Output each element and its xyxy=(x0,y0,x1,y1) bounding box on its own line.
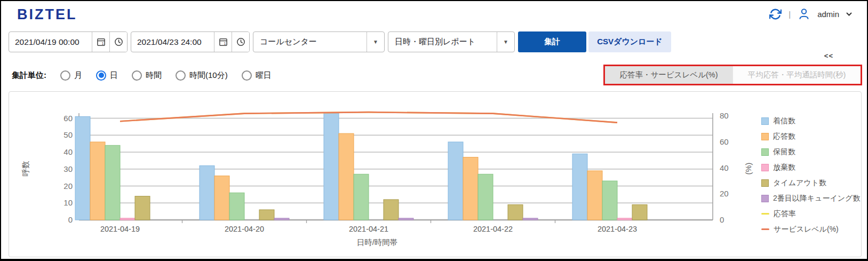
bar-5-3 xyxy=(523,218,538,220)
legend-swatch-icon xyxy=(761,179,769,187)
report-type-select[interactable]: 日時・曜日別レポート ▼ xyxy=(388,31,515,52)
x-axis-label: 2021-04-21 xyxy=(349,225,388,233)
user-bar: | admin xyxy=(769,7,852,20)
bar-2-3 xyxy=(478,174,493,220)
x-axis-label: 2021-04-23 xyxy=(598,225,637,233)
tab-avg-answer-talk-time[interactable]: 平均応答・平均通話時間(秒) xyxy=(732,66,861,84)
legend-item[interactable]: 放棄数 xyxy=(761,162,860,172)
unit-selector-row: 集計単位: 月日時間時間(10分)曜日 xyxy=(12,66,272,85)
dropdown-arrow-icon: ▼ xyxy=(367,32,384,52)
screen: BIZTEL | admin xyxy=(0,0,868,261)
left-axis-tick: 10 xyxy=(63,198,73,207)
legend-item[interactable]: 2番目以降キューイング数 xyxy=(761,193,860,203)
bar-1-0 xyxy=(90,142,105,220)
x-axis-label: 2021-04-20 xyxy=(225,225,264,233)
right-axis-tick: 0 xyxy=(720,215,724,224)
radio-circle-icon[interactable] xyxy=(242,70,252,81)
legend-label: 放棄数 xyxy=(773,163,795,172)
legend-swatch-icon xyxy=(761,213,769,215)
csv-download-button[interactable]: CSVダウンロード xyxy=(588,31,671,52)
legend-label: サービスレベル(%) xyxy=(774,225,839,234)
radio-circle-icon[interactable] xyxy=(96,70,106,81)
bar-1-3 xyxy=(463,157,478,220)
date-from-group: 1 xyxy=(9,31,128,52)
bar-5-2 xyxy=(399,218,413,220)
call-center-select-value: コールセンター xyxy=(253,32,317,52)
date-to-group: 1 xyxy=(131,31,250,52)
left-axis-tick: 60 xyxy=(63,114,73,123)
date-from-input[interactable] xyxy=(9,32,92,52)
legend-label: タイムアウト数 xyxy=(773,178,826,188)
svg-text:1: 1 xyxy=(224,42,226,46)
bar-4-3 xyxy=(508,204,523,220)
clock-icon[interactable] xyxy=(109,32,127,52)
legend-label: 2番目以降キューイング数 xyxy=(773,194,860,203)
biztel-logo: BIZTEL xyxy=(17,6,77,23)
bar-3-0 xyxy=(120,218,135,220)
unit-selector-label: 集計単位: xyxy=(12,70,46,81)
bar-4-0 xyxy=(135,196,150,220)
call-center-select[interactable]: コールセンター ▼ xyxy=(253,31,385,52)
bar-4-1 xyxy=(259,210,274,220)
aggregate-button[interactable]: 集計 xyxy=(518,31,586,52)
unit-radio-1[interactable]: 日 xyxy=(96,70,118,81)
legend-item[interactable]: 保留数 xyxy=(761,147,860,157)
bar-0-1 xyxy=(200,165,214,220)
bar-2-1 xyxy=(229,193,244,220)
annotation-red-box: 応答率・サービスレベル(%)平均応答・平均通話時間(秒) xyxy=(603,65,862,85)
bar-2-2 xyxy=(354,174,369,220)
legend-item[interactable]: 応答数 xyxy=(761,131,860,141)
bar-0-3 xyxy=(448,142,463,220)
bar-0-4 xyxy=(572,154,587,220)
legend-item[interactable]: サービスレベル(%) xyxy=(761,224,860,234)
x-axis-title: 日時/時間帯 xyxy=(357,238,398,247)
userbar-divider: | xyxy=(789,10,791,19)
radio-label: 時間 xyxy=(146,70,162,81)
legend-swatch-icon xyxy=(761,228,769,230)
bar-4-4 xyxy=(632,204,647,220)
radio-label: 曜日 xyxy=(256,70,272,81)
chevron-down-icon[interactable] xyxy=(846,9,852,19)
left-axis-tick: 50 xyxy=(63,130,73,139)
refresh-icon[interactable] xyxy=(769,8,782,20)
date-to-input[interactable] xyxy=(131,32,214,52)
unit-radio-4[interactable]: 曜日 xyxy=(242,70,272,81)
collapse-toggle[interactable]: << xyxy=(824,52,833,60)
svg-text:1: 1 xyxy=(101,42,103,46)
report-toolbar: 1 1 xyxy=(9,31,671,52)
line-series xyxy=(120,112,617,122)
radio-label: 月 xyxy=(74,70,82,81)
legend-swatch-icon xyxy=(761,133,769,140)
bar-4-2 xyxy=(384,200,399,220)
radio-circle-icon[interactable] xyxy=(60,70,70,81)
legend-item[interactable]: 応答率 xyxy=(761,209,860,219)
unit-radio-2[interactable]: 時間 xyxy=(132,70,162,81)
user-icon[interactable] xyxy=(798,7,810,20)
unit-radio-0[interactable]: 月 xyxy=(60,70,82,81)
calendar-icon[interactable]: 1 xyxy=(92,32,109,52)
dropdown-arrow-icon: ▼ xyxy=(497,32,514,52)
right-axis-tick: 60 xyxy=(720,137,729,146)
username-label[interactable]: admin xyxy=(817,10,839,19)
bar-2-0 xyxy=(105,145,120,220)
chart-legend: 着信数応答数保留数放棄数タイムアウト数2番目以降キューイング数応答率サービスレベ… xyxy=(761,116,860,234)
bar-1-2 xyxy=(339,133,354,220)
calendar-icon[interactable]: 1 xyxy=(214,32,232,52)
legend-swatch-icon xyxy=(761,195,769,202)
radio-label: 日 xyxy=(110,70,118,81)
right-axis-tick: 80 xyxy=(720,111,729,120)
clock-icon[interactable] xyxy=(232,32,249,52)
legend-label: 着信数 xyxy=(773,116,795,126)
unit-radio-3[interactable]: 時間(10分) xyxy=(176,70,228,81)
bar-0-0 xyxy=(75,116,90,220)
legend-item[interactable]: 着信数 xyxy=(761,116,860,126)
radio-circle-icon[interactable] xyxy=(176,70,186,81)
radio-circle-icon[interactable] xyxy=(132,70,142,81)
left-axis-title: 呼数 xyxy=(21,161,30,177)
bar-1-1 xyxy=(214,176,229,220)
bar-3-4 xyxy=(617,218,632,220)
right-axis-tick: 20 xyxy=(720,189,729,198)
left-axis-tick: 30 xyxy=(63,164,73,173)
legend-item[interactable]: タイムアウト数 xyxy=(761,178,860,188)
tab-answer-rate-service-level[interactable]: 応答率・サービスレベル(%) xyxy=(605,66,732,84)
